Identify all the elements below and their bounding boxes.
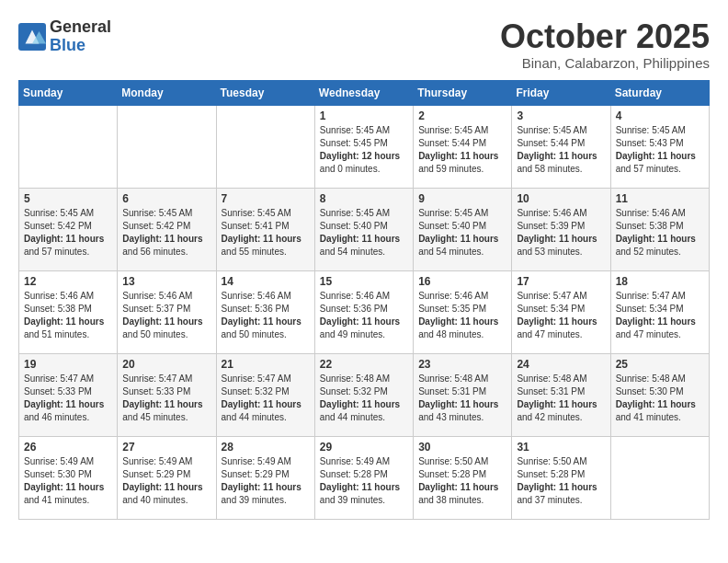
day-number: 10 [517, 192, 605, 205]
day-number: 18 [616, 275, 704, 288]
page-header: General Blue October 2025 Binan, Calabar… [18, 18, 710, 71]
day-number: 12 [24, 275, 112, 288]
day-header-saturday: Saturday [610, 80, 709, 105]
day-number: 15 [320, 275, 408, 288]
day-number: 24 [517, 358, 605, 371]
cell-content: Sunrise: 5:45 AMSunset: 5:40 PMDaylight:… [320, 207, 408, 259]
calendar-cell: 6Sunrise: 5:45 AMSunset: 5:42 PMDaylight… [118, 188, 216, 270]
cell-content: Sunrise: 5:48 AMSunset: 5:30 PMDaylight:… [616, 373, 704, 424]
calendar-cell: 9Sunrise: 5:45 AMSunset: 5:40 PMDaylight… [414, 188, 512, 270]
cell-content: Sunrise: 5:47 AMSunset: 5:33 PMDaylight:… [24, 373, 112, 424]
week-row-4: 19Sunrise: 5:47 AMSunset: 5:33 PMDayligh… [19, 353, 710, 436]
calendar-cell: 17Sunrise: 5:47 AMSunset: 5:34 PMDayligh… [512, 270, 610, 353]
day-number: 29 [320, 441, 408, 454]
logo-icon [18, 23, 46, 51]
cell-content: Sunrise: 5:49 AMSunset: 5:29 PMDaylight:… [222, 455, 310, 507]
logo-blue-text: Blue [50, 37, 111, 55]
week-row-3: 12Sunrise: 5:46 AMSunset: 5:38 PMDayligh… [19, 270, 710, 353]
day-number: 1 [320, 109, 408, 122]
day-number: 7 [222, 192, 310, 205]
calendar-cell: 27Sunrise: 5:49 AMSunset: 5:29 PMDayligh… [118, 436, 216, 519]
day-number: 4 [616, 109, 704, 122]
day-number: 2 [418, 109, 506, 122]
cell-content: Sunrise: 5:50 AMSunset: 5:28 PMDaylight:… [418, 455, 506, 507]
calendar-cell: 5Sunrise: 5:45 AMSunset: 5:42 PMDaylight… [19, 188, 118, 270]
cell-content: Sunrise: 5:46 AMSunset: 5:39 PMDaylight:… [517, 207, 605, 259]
day-header-thursday: Thursday [414, 80, 512, 105]
day-number: 28 [222, 441, 310, 454]
day-number: 9 [418, 192, 506, 205]
calendar-cell: 25Sunrise: 5:48 AMSunset: 5:30 PMDayligh… [610, 353, 709, 436]
day-number: 27 [122, 441, 210, 454]
day-number: 22 [320, 358, 408, 371]
calendar-cell: 29Sunrise: 5:49 AMSunset: 5:28 PMDayligh… [314, 436, 413, 519]
day-number: 14 [222, 275, 310, 288]
cell-content: Sunrise: 5:50 AMSunset: 5:28 PMDaylight:… [517, 455, 605, 507]
day-number: 25 [616, 358, 704, 371]
calendar-table: SundayMondayTuesdayWednesdayThursdayFrid… [18, 80, 710, 520]
week-row-1: 1Sunrise: 5:45 AMSunset: 5:45 PMDaylight… [19, 105, 710, 188]
day-number: 17 [517, 275, 605, 288]
calendar-cell: 15Sunrise: 5:46 AMSunset: 5:36 PMDayligh… [314, 270, 413, 353]
cell-content: Sunrise: 5:47 AMSunset: 5:32 PMDaylight:… [222, 373, 310, 424]
cell-content: Sunrise: 5:49 AMSunset: 5:30 PMDaylight:… [24, 455, 112, 507]
calendar-cell [118, 105, 216, 188]
calendar-cell: 3Sunrise: 5:45 AMSunset: 5:44 PMDaylight… [512, 105, 610, 188]
calendar-cell: 16Sunrise: 5:46 AMSunset: 5:35 PMDayligh… [414, 270, 512, 353]
calendar-cell: 11Sunrise: 5:46 AMSunset: 5:38 PMDayligh… [610, 188, 709, 270]
day-number: 13 [122, 275, 210, 288]
cell-content: Sunrise: 5:46 AMSunset: 5:36 PMDaylight:… [320, 290, 408, 341]
cell-content: Sunrise: 5:45 AMSunset: 5:44 PMDaylight:… [517, 124, 605, 176]
calendar-cell [216, 105, 314, 188]
cell-content: Sunrise: 5:48 AMSunset: 5:31 PMDaylight:… [517, 373, 605, 424]
calendar-cell: 21Sunrise: 5:47 AMSunset: 5:32 PMDayligh… [216, 353, 314, 436]
calendar-cell: 2Sunrise: 5:45 AMSunset: 5:44 PMDaylight… [414, 105, 512, 188]
logo-general-text: General [50, 18, 111, 37]
calendar-cell [610, 436, 709, 519]
cell-content: Sunrise: 5:45 AMSunset: 5:45 PMDaylight:… [320, 124, 408, 176]
day-header-wednesday: Wednesday [314, 80, 413, 105]
day-number: 19 [24, 358, 112, 371]
cell-content: Sunrise: 5:46 AMSunset: 5:38 PMDaylight:… [24, 290, 112, 341]
location: Binan, Calabarzon, Philippines [500, 55, 710, 71]
calendar-cell: 13Sunrise: 5:46 AMSunset: 5:37 PMDayligh… [118, 270, 216, 353]
logo: General Blue [18, 18, 111, 55]
calendar-cell: 26Sunrise: 5:49 AMSunset: 5:30 PMDayligh… [19, 436, 118, 519]
cell-content: Sunrise: 5:46 AMSunset: 5:38 PMDaylight:… [616, 207, 704, 259]
calendar-cell: 19Sunrise: 5:47 AMSunset: 5:33 PMDayligh… [19, 353, 118, 436]
day-number: 30 [418, 441, 506, 454]
calendar-cell: 23Sunrise: 5:48 AMSunset: 5:31 PMDayligh… [414, 353, 512, 436]
day-number: 16 [418, 275, 506, 288]
cell-content: Sunrise: 5:47 AMSunset: 5:33 PMDaylight:… [122, 373, 210, 424]
cell-content: Sunrise: 5:46 AMSunset: 5:36 PMDaylight:… [222, 290, 310, 341]
day-number: 8 [320, 192, 408, 205]
week-row-5: 26Sunrise: 5:49 AMSunset: 5:30 PMDayligh… [19, 436, 710, 519]
day-number: 11 [616, 192, 704, 205]
cell-content: Sunrise: 5:47 AMSunset: 5:34 PMDaylight:… [616, 290, 704, 341]
cell-content: Sunrise: 5:45 AMSunset: 5:42 PMDaylight:… [122, 207, 210, 259]
day-header-tuesday: Tuesday [216, 80, 314, 105]
cell-content: Sunrise: 5:45 AMSunset: 5:40 PMDaylight:… [418, 207, 506, 259]
day-number: 21 [222, 358, 310, 371]
day-number: 3 [517, 109, 605, 122]
week-row-2: 5Sunrise: 5:45 AMSunset: 5:42 PMDaylight… [19, 188, 710, 270]
day-number: 26 [24, 441, 112, 454]
calendar-cell: 1Sunrise: 5:45 AMSunset: 5:45 PMDaylight… [314, 105, 413, 188]
calendar-cell: 28Sunrise: 5:49 AMSunset: 5:29 PMDayligh… [216, 436, 314, 519]
calendar-cell: 10Sunrise: 5:46 AMSunset: 5:39 PMDayligh… [512, 188, 610, 270]
title-block: October 2025 Binan, Calabarzon, Philippi… [500, 18, 710, 71]
calendar-cell: 31Sunrise: 5:50 AMSunset: 5:28 PMDayligh… [512, 436, 610, 519]
day-number: 5 [24, 192, 112, 205]
day-header-monday: Monday [118, 80, 216, 105]
calendar-cell: 20Sunrise: 5:47 AMSunset: 5:33 PMDayligh… [118, 353, 216, 436]
cell-content: Sunrise: 5:47 AMSunset: 5:34 PMDaylight:… [517, 290, 605, 341]
cell-content: Sunrise: 5:46 AMSunset: 5:37 PMDaylight:… [122, 290, 210, 341]
day-number: 20 [122, 358, 210, 371]
cell-content: Sunrise: 5:45 AMSunset: 5:44 PMDaylight:… [418, 124, 506, 176]
day-number: 6 [122, 192, 210, 205]
cell-content: Sunrise: 5:45 AMSunset: 5:42 PMDaylight:… [24, 207, 112, 259]
calendar-cell: 22Sunrise: 5:48 AMSunset: 5:32 PMDayligh… [314, 353, 413, 436]
calendar-cell: 8Sunrise: 5:45 AMSunset: 5:40 PMDaylight… [314, 188, 413, 270]
day-number: 31 [517, 441, 605, 454]
calendar-cell: 4Sunrise: 5:45 AMSunset: 5:43 PMDaylight… [610, 105, 709, 188]
